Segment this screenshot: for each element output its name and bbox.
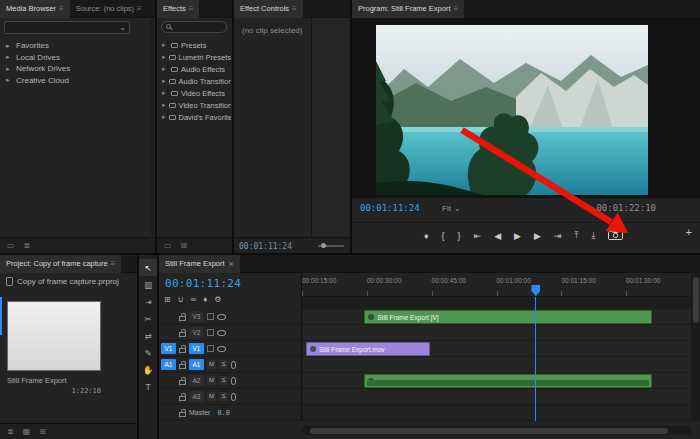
panel-menu-icon[interactable]: ≡ xyxy=(59,4,64,13)
effects-bin-audio-effects[interactable]: ▸ Audio Effects xyxy=(162,63,231,75)
track-select-tool[interactable]: ▥ xyxy=(139,276,157,293)
timeline-timecode[interactable]: 00:01:11:24 xyxy=(165,277,241,290)
play-button[interactable]: ▶ xyxy=(514,231,521,241)
lock-icon[interactable] xyxy=(179,412,186,417)
tree-item-favorites[interactable]: ▸ Favorites xyxy=(6,40,151,52)
timeline-vertical-scrollbar[interactable] xyxy=(691,273,700,421)
program-timecode[interactable]: 00:01:11:24 xyxy=(360,203,420,213)
scrollbar-thumb[interactable] xyxy=(693,277,699,323)
chevron-right-icon[interactable]: ▸ xyxy=(6,76,12,84)
solo-button[interactable]: S xyxy=(219,392,228,401)
button-editor-add-button[interactable]: + xyxy=(686,226,692,238)
sync-lock-icon[interactable] xyxy=(207,345,214,352)
chevron-right-icon[interactable]: ▸ xyxy=(162,41,168,49)
track-output-eye-icon[interactable] xyxy=(217,330,226,336)
zoom-slider[interactable] xyxy=(318,245,344,247)
new-bin-icon[interactable]: ⊞ xyxy=(181,241,188,250)
pen-tool[interactable]: ✎ xyxy=(139,344,157,361)
voiceover-mic-icon[interactable] xyxy=(231,361,236,369)
mute-button[interactable]: M xyxy=(207,392,216,401)
nest-toggle-icon[interactable]: ⊞ xyxy=(164,295,171,304)
list-view-icon[interactable]: ≣ xyxy=(7,427,14,436)
mute-button[interactable]: M xyxy=(207,376,216,385)
voiceover-mic-icon[interactable] xyxy=(231,393,236,401)
tree-item-creative-cloud[interactable]: ▸ Creative Cloud xyxy=(6,75,151,87)
chevron-right-icon[interactable]: ▸ xyxy=(162,65,168,73)
close-icon[interactable]: × xyxy=(229,259,234,269)
go-to-in-button[interactable]: ⇤ xyxy=(474,231,482,241)
zoom-level-select[interactable]: Fit ⌄ xyxy=(442,204,461,213)
chevron-right-icon[interactable]: ▸ xyxy=(162,101,166,109)
mark-in-button[interactable]: { xyxy=(442,231,445,241)
slip-tool[interactable]: ⇄ xyxy=(139,327,157,344)
track-name-a2[interactable]: A2 xyxy=(189,375,204,386)
source-patch-a1[interactable]: A1 xyxy=(161,359,176,370)
export-frame-button[interactable] xyxy=(608,229,623,242)
chevron-right-icon[interactable]: ▸ xyxy=(162,77,166,85)
playhead-marker[interactable] xyxy=(531,285,540,296)
chevron-right-icon[interactable]: ▸ xyxy=(6,53,12,61)
effects-bin-davids-favorites[interactable]: ▸ David's Favorites xyxy=(162,111,231,123)
effects-bin-video-transitions[interactable]: ▸ Video Transitions xyxy=(162,99,231,111)
lock-icon[interactable] xyxy=(179,364,186,369)
ripple-edit-tool[interactable]: ⇥ xyxy=(139,293,157,310)
tab-effect-controls[interactable]: Effect Controls ≡ xyxy=(234,0,303,18)
clip-thumbnail[interactable] xyxy=(7,301,101,371)
effects-search-input[interactable] xyxy=(161,21,227,33)
folder-icon[interactable]: ▭ xyxy=(164,241,172,250)
new-bin-icon[interactable]: ⊞ xyxy=(39,427,46,436)
lock-icon[interactable] xyxy=(179,348,186,353)
tab-effects[interactable]: Effects ≡ xyxy=(157,0,199,18)
razor-tool[interactable]: ✂ xyxy=(139,310,157,327)
type-tool[interactable]: T xyxy=(139,378,157,395)
tree-item-local-drives[interactable]: ▸ Local Drives xyxy=(6,52,151,64)
mark-out-button[interactable]: } xyxy=(458,231,461,241)
effects-bin-presets[interactable]: ▸ Presets xyxy=(162,39,231,51)
go-to-out-button[interactable]: ⇥ xyxy=(554,231,562,241)
chevron-right-icon[interactable]: ▸ xyxy=(162,113,166,121)
chevron-right-icon[interactable]: ▸ xyxy=(6,65,12,73)
linked-selection-icon[interactable]: ∞ xyxy=(191,295,197,304)
master-gain-value[interactable]: 0.0 xyxy=(217,409,230,417)
sync-lock-icon[interactable] xyxy=(207,313,214,320)
lock-icon[interactable] xyxy=(179,316,186,321)
tab-program-monitor[interactable]: Program: Still Frame Export ≡ xyxy=(352,0,464,18)
timeline-horizontal-scrollbar[interactable] xyxy=(302,426,691,435)
hand-tool[interactable]: ✋ xyxy=(139,361,157,378)
track-output-eye-icon[interactable] xyxy=(217,346,226,352)
timeline-audio-clip[interactable] xyxy=(364,374,652,388)
scrollbar-thumb[interactable] xyxy=(310,428,668,434)
step-forward-button[interactable]: ▶ xyxy=(534,231,541,241)
add-marker-icon[interactable]: ♦ xyxy=(203,295,207,304)
step-back-button[interactable]: ◀ xyxy=(494,231,501,241)
selection-tool[interactable]: ↖ xyxy=(139,259,157,276)
effects-bin-lumetri-presets[interactable]: ▸ Lumetri Presets xyxy=(162,51,231,63)
effects-bin-video-effects[interactable]: ▸ Video Effects xyxy=(162,87,231,99)
source-patch-v1[interactable]: V1 xyxy=(161,343,176,354)
project-file-row[interactable]: Copy of frame capture.prproj xyxy=(6,277,119,286)
playhead-line[interactable] xyxy=(535,297,536,421)
tab-project[interactable]: Project: Copy of frame capture ≡ xyxy=(0,255,121,273)
extract-button[interactable]: ⤓ xyxy=(591,230,595,241)
zoom-slider-knob[interactable] xyxy=(321,243,326,248)
media-browser-path-select[interactable]: ⌄ xyxy=(4,21,130,34)
track-name-a1[interactable]: A1 xyxy=(189,359,204,370)
sync-lock-icon[interactable] xyxy=(207,329,214,336)
track-name-v3[interactable]: V3 xyxy=(189,311,204,322)
solo-button[interactable]: S xyxy=(219,360,228,369)
tab-source-monitor[interactable]: Source: (no clips) ≡ xyxy=(70,0,148,18)
tab-media-browser[interactable]: Media Browser ≡ xyxy=(0,0,70,18)
tab-sequence[interactable]: Still Frame Export × xyxy=(159,255,240,273)
panel-menu-icon[interactable]: ≡ xyxy=(111,259,116,268)
add-marker-button[interactable]: ♦ xyxy=(424,231,429,241)
track-name-v1[interactable]: V1 xyxy=(189,343,204,354)
chevron-right-icon[interactable]: ▸ xyxy=(6,42,12,50)
voiceover-mic-icon[interactable] xyxy=(231,377,236,385)
track-name-v2[interactable]: V2 xyxy=(189,327,204,338)
panel-menu-icon[interactable]: ≡ xyxy=(189,4,194,13)
lock-icon[interactable] xyxy=(179,396,186,401)
solo-button[interactable]: S xyxy=(219,376,228,385)
timeline-ruler[interactable]: 00:00:15:00 00:00:30:00 00:00:45:00 00:0… xyxy=(302,273,691,297)
chevron-right-icon[interactable]: ▸ xyxy=(162,53,166,61)
effect-controls-timecode[interactable]: 00:01:11:24 xyxy=(239,242,292,251)
